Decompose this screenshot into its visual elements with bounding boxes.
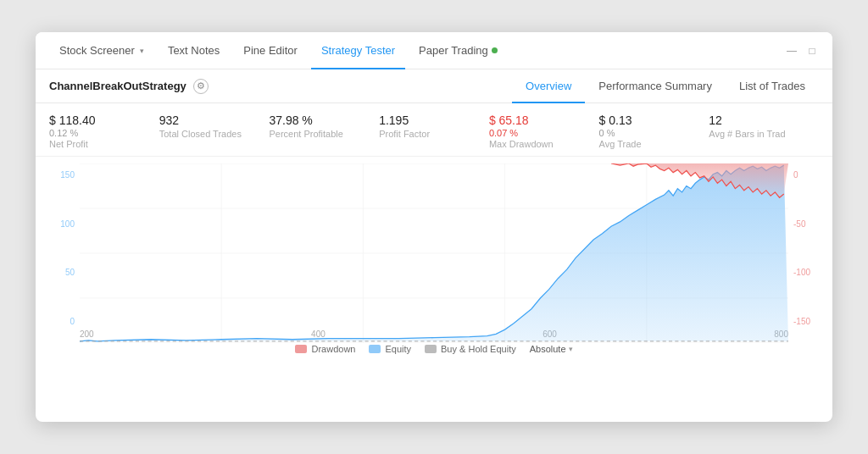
legend-buy-hold-label: Buy & Hold Equity — [441, 344, 516, 354]
sub-tabs: Overview Performance Summary List of Tra… — [512, 69, 819, 103]
legend-drawdown: Drawdown — [295, 344, 355, 354]
titlebar: Stock Screener ▾ Text Notes Pine Editor … — [36, 32, 832, 69]
sub-tab-overview[interactable]: Overview — [512, 69, 585, 103]
sub-tab-list-of-trades[interactable]: List of Trades — [726, 69, 819, 103]
legend-equity-label: Equity — [385, 344, 411, 354]
tab-stock-screener[interactable]: Stock Screener ▾ — [49, 32, 154, 69]
legend-equity: Equity — [369, 344, 411, 354]
y-axis-right: 0 -50 -100 -150 — [788, 163, 819, 343]
absolute-dropdown[interactable]: Absolute ▾ — [530, 344, 573, 354]
y-label-right-50: -50 — [793, 219, 805, 229]
legend-equity-color — [369, 345, 381, 353]
stat-percent-profitable: 37.98 % Percent Profitable — [269, 114, 379, 139]
stat-avg-trade: $ 0.13 0 % Avg Trade — [599, 114, 709, 149]
stat-total-closed-trades: 932 Total Closed Trades — [159, 114, 270, 139]
y-label-50: 50 — [65, 268, 75, 277]
chart-svg — [80, 163, 788, 343]
sub-tab-performance-summary[interactable]: Performance Summary — [585, 69, 726, 103]
y-label-150: 150 — [60, 170, 75, 180]
y-label-100: 100 — [60, 219, 75, 229]
y-label-right-150: -150 — [793, 317, 810, 326]
tab-pine-editor[interactable]: Pine Editor — [233, 32, 308, 69]
dropdown-chevron-icon: ▾ — [569, 345, 573, 353]
legend-drawdown-color — [295, 345, 307, 353]
stat-profit-factor: 1.195 Profit Factor — [379, 114, 489, 139]
tab-text-notes[interactable]: Text Notes — [158, 32, 230, 69]
minimize-button[interactable]: — — [785, 44, 798, 58]
tab-paper-trading[interactable]: Paper Trading — [409, 32, 508, 69]
strategy-name: ChannelBreakOutStrategy — [49, 80, 186, 92]
absolute-label: Absolute — [530, 344, 566, 354]
legend-drawdown-label: Drawdown — [311, 344, 355, 354]
dropdown-chevron-icon: ▾ — [140, 47, 144, 55]
legend-buy-hold-color — [425, 345, 437, 353]
y-axis-left: 150 100 50 0 — [49, 163, 80, 343]
stats-row: $ 118.40 0.12 % Net Profit 932 Total Clo… — [36, 103, 832, 157]
paper-trading-dot — [492, 47, 498, 53]
maximize-button[interactable]: □ — [805, 44, 819, 58]
stat-avg-bars: 12 Avg # Bars in Trad — [709, 114, 819, 139]
stat-max-drawdown: $ 65.18 0.07 % Max Drawdown — [489, 114, 599, 149]
subheader: ChannelBreakOutStrategy ⚙ Overview Perfo… — [36, 69, 832, 103]
window-controls: — □ — [785, 44, 819, 58]
y-label-right-0: 0 — [793, 170, 798, 180]
y-label-right-100: -100 — [793, 268, 810, 277]
main-window: Stock Screener ▾ Text Notes Pine Editor … — [36, 32, 832, 422]
settings-icon[interactable]: ⚙ — [193, 79, 209, 94]
tab-strategy-tester[interactable]: Strategy Tester — [311, 32, 405, 69]
legend-buy-hold: Buy & Hold Equity — [425, 344, 516, 354]
stat-net-profit: $ 118.40 0.12 % Net Profit — [49, 114, 159, 149]
chart-area: 150 100 50 0 — [36, 157, 832, 394]
chart-svg-container — [80, 163, 788, 343]
y-label-0: 0 — [70, 317, 75, 326]
